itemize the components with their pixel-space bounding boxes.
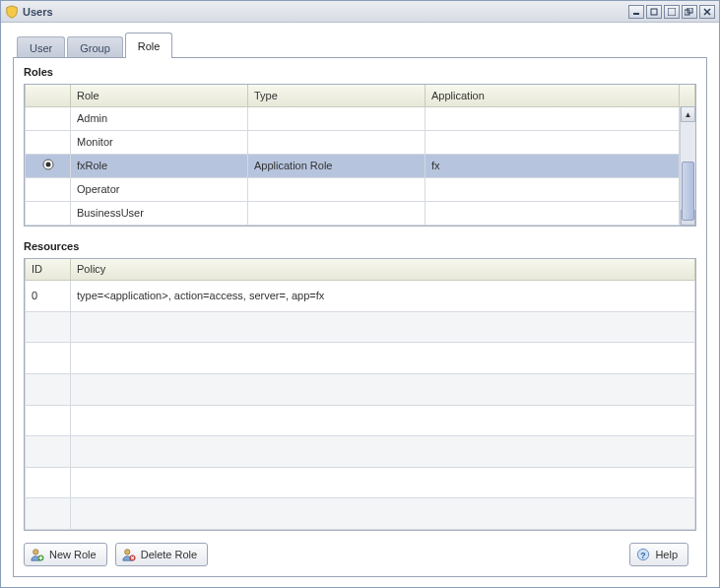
minimize-button[interactable] (628, 5, 644, 19)
scroll-up-icon[interactable]: ▲ (681, 106, 695, 122)
svg-rect-0 (633, 13, 639, 15)
row-radio-cell[interactable] (26, 154, 71, 177)
cell-id (26, 467, 71, 498)
cell-application (425, 130, 680, 154)
svg-point-13 (124, 550, 129, 555)
table-row[interactable]: BusinessUser (26, 201, 695, 225)
cell-type (248, 201, 425, 225)
users-window: Users User Group Role Roles (0, 0, 720, 588)
cell-type: Application Role (248, 154, 425, 177)
cell-policy (71, 498, 695, 530)
cell-policy (71, 343, 695, 374)
scroll-track[interactable] (681, 122, 695, 210)
delete-role-label: Delete Role (141, 549, 197, 560)
resources-col-policy[interactable]: Policy (71, 259, 695, 281)
cell-id (26, 373, 71, 405)
roles-label: Roles (24, 66, 696, 78)
resources-col-id[interactable]: ID (26, 259, 71, 281)
svg-point-9 (33, 550, 38, 555)
cell-policy: type=<application>, action=access, serve… (71, 281, 695, 312)
table-row[interactable]: Monitor (26, 130, 695, 154)
tab-user[interactable]: User (17, 36, 65, 58)
role-panel: Roles Role Type Application AdminMonitor… (13, 57, 707, 577)
button-bar: New Role Delete Role ? Help (24, 543, 696, 566)
svg-text:?: ? (641, 551, 646, 560)
table-row[interactable] (26, 405, 695, 436)
cell-application (425, 106, 680, 130)
cell-id (26, 405, 71, 436)
cell-role: fxRole (71, 154, 248, 177)
roles-col-role[interactable]: Role (71, 85, 248, 106)
cell-policy (71, 436, 695, 468)
table-row[interactable] (26, 373, 695, 405)
help-button[interactable]: ? Help (629, 543, 688, 566)
svg-point-8 (45, 163, 50, 167)
restore-button[interactable] (646, 5, 662, 19)
window-controls (628, 5, 715, 19)
table-row[interactable] (26, 498, 695, 530)
delete-role-button[interactable]: Delete Role (115, 543, 208, 566)
table-row[interactable]: 0type=<application>, action=access, serv… (26, 281, 695, 312)
cell-id: 0 (26, 281, 71, 312)
cell-policy (71, 311, 695, 343)
svg-rect-2 (668, 8, 676, 16)
cell-id (26, 498, 71, 530)
window-title: Users (23, 6, 628, 18)
resources-section: Resources ID Policy 0type=<application>,… (24, 240, 696, 532)
cell-id (26, 343, 71, 374)
help-icon: ? (636, 548, 650, 561)
table-row[interactable] (26, 343, 695, 374)
table-row[interactable]: Admin (26, 106, 695, 130)
content-area: User Group Role Roles Role Type Applicat… (1, 23, 719, 587)
roles-header-row: Role Type Application (26, 85, 695, 106)
maximize-button[interactable] (664, 5, 680, 19)
table-row[interactable] (26, 311, 695, 343)
cell-policy (71, 373, 695, 405)
table-row[interactable]: fxRoleApplication Rolefx (26, 154, 695, 177)
svg-rect-1 (651, 9, 657, 15)
tab-bar: User Group Role (17, 33, 707, 58)
roles-col-type[interactable]: Type (248, 85, 425, 106)
roles-table-wrap: Role Type Application AdminMonitorfxRole… (24, 84, 696, 227)
tab-role[interactable]: Role (125, 33, 173, 58)
cell-application: fx (425, 154, 680, 177)
add-user-icon (31, 548, 44, 561)
cell-id (26, 311, 71, 343)
cell-role: Monitor (71, 130, 248, 154)
row-radio-cell[interactable] (26, 130, 71, 154)
cell-role: BusinessUser (71, 201, 248, 225)
roles-col-application[interactable]: Application (425, 85, 680, 106)
roles-col-select[interactable] (26, 85, 71, 106)
cell-role: Admin (71, 106, 248, 130)
resources-header-row: ID Policy (26, 259, 695, 281)
scroll-thumb[interactable] (682, 162, 694, 221)
resources-table: ID Policy 0type=<application>, action=ac… (25, 259, 695, 531)
cell-application (425, 201, 680, 225)
cell-id (26, 436, 71, 468)
new-role-button[interactable]: New Role (24, 543, 107, 566)
cell-policy (71, 405, 695, 436)
roles-table: Role Type Application AdminMonitorfxRole… (25, 85, 695, 226)
radio-selected-icon (42, 159, 54, 170)
new-role-label: New Role (49, 549, 97, 560)
table-row[interactable] (26, 467, 695, 498)
row-radio-cell[interactable] (26, 177, 71, 201)
resources-label: Resources (24, 240, 696, 252)
row-radio-cell[interactable] (26, 106, 71, 130)
resources-table-wrap: ID Policy 0type=<application>, action=ac… (24, 258, 696, 532)
row-radio-cell[interactable] (26, 201, 71, 225)
close-button[interactable] (699, 5, 715, 19)
cell-type (248, 130, 425, 154)
cell-application (425, 177, 680, 201)
cell-type (248, 177, 425, 201)
table-row[interactable]: Operator (26, 177, 695, 201)
detach-button[interactable] (682, 5, 697, 19)
roles-scrollbar[interactable]: ▲ ▼ (680, 106, 695, 226)
titlebar: Users (1, 1, 719, 23)
cell-policy (71, 467, 695, 498)
help-label: Help (655, 549, 678, 560)
table-row[interactable] (26, 436, 695, 468)
roles-col-scroll (680, 85, 695, 106)
tab-group[interactable]: Group (67, 36, 123, 58)
cell-role: Operator (71, 177, 248, 201)
